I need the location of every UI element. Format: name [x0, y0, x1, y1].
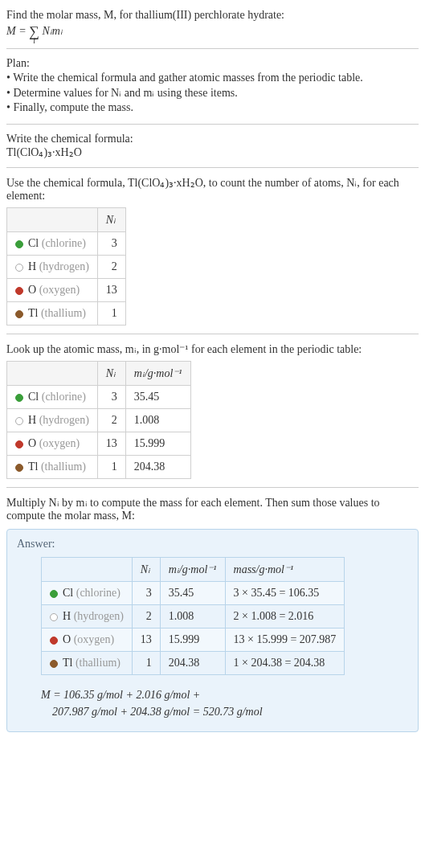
mass-value: 1 × 204.38 = 204.38 [225, 652, 345, 675]
element-symbol: Cl [63, 587, 73, 599]
mi-value: 204.38 [125, 456, 190, 479]
element-name: (hydrogen) [74, 610, 124, 622]
write-formula-label: Write the chemical formula: [6, 133, 419, 145]
answer-table: Nᵢ mᵢ/g·mol⁻¹ mass/g·mol⁻¹ Cl (chlorine)… [41, 557, 345, 675]
final-line1: M = 106.35 g/mol + 2.016 g/mol + [41, 686, 408, 703]
ni-value: 1 [97, 456, 125, 479]
element-symbol: O [63, 633, 71, 645]
table-header-mi: mᵢ/g·mol⁻¹ [125, 362, 190, 386]
mi-value: 1.008 [125, 409, 190, 432]
intro-formula: M = ∑i Nᵢmᵢ [6, 23, 419, 40]
element-symbol: Tl [28, 461, 38, 473]
element-cell: Cl (chlorine) [7, 386, 98, 409]
table-row: Tl (thallium) 1 [7, 302, 126, 326]
table-row: H (hydrogen) 2 1.008 [7, 409, 191, 432]
ni-value: 3 [132, 582, 160, 605]
plan-item: • Finally, compute the mass. [6, 101, 419, 114]
count-atoms-table: Nᵢ Cl (chlorine) 3 H (hydrogen) 2 O (oxy… [6, 207, 126, 326]
table-row: O (oxygen) 13 15.999 [7, 432, 191, 456]
table-row: Tl (thallium) 1 204.38 1 × 204.38 = 204.… [42, 652, 345, 675]
element-symbol: H [28, 414, 36, 426]
table-header-ni: Nᵢ [97, 208, 125, 232]
element-swatch-icon [50, 660, 58, 668]
intro-formula-prefix: M = [6, 25, 29, 37]
element-swatch-icon [50, 590, 58, 598]
element-cell: Cl (chlorine) [42, 582, 133, 605]
ni-value: 13 [132, 628, 160, 652]
table-header-row: Nᵢ mᵢ/g·mol⁻¹ [7, 362, 191, 386]
element-name: (thallium) [76, 657, 121, 669]
table-row: Tl (thallium) 1 204.38 [7, 456, 191, 479]
intro-section: Find the molar mass, M, for thallium(III… [6, 6, 419, 49]
table-row: Cl (chlorine) 3 [7, 232, 126, 256]
element-swatch-icon [15, 464, 23, 472]
ni-value: 1 [97, 302, 125, 326]
multiply-section: Multiply Nᵢ by mᵢ to compute the mass fo… [6, 496, 419, 740]
element-name: (thallium) [41, 307, 86, 319]
mi-value: 35.45 [160, 582, 225, 605]
mi-value: 35.45 [125, 386, 190, 409]
ni-value: 3 [97, 232, 125, 256]
element-cell: Cl (chlorine) [7, 232, 98, 256]
mass-value: 2 × 1.008 = 2.016 [225, 605, 345, 628]
chemical-formula: Tl(ClO₄)₃·xH₂O [6, 145, 419, 159]
plan-item: • Determine values for Nᵢ and mᵢ using t… [6, 86, 419, 100]
element-swatch-icon [15, 310, 23, 318]
plan-list: • Write the chemical formula and gather … [6, 72, 419, 114]
table-row: Cl (chlorine) 3 35.45 3 × 35.45 = 106.35 [42, 582, 345, 605]
element-cell: H (hydrogen) [7, 409, 98, 432]
table-header-row: Nᵢ mᵢ/g·mol⁻¹ mass/g·mol⁻¹ [42, 558, 345, 582]
table-header-blank [7, 208, 98, 232]
element-name: (oxygen) [39, 437, 80, 449]
table-row: Cl (chlorine) 3 35.45 [7, 386, 191, 409]
element-name: (thallium) [41, 461, 86, 473]
element-swatch-icon [15, 394, 23, 402]
element-symbol: O [28, 437, 36, 449]
table-header-mi: mᵢ/g·mol⁻¹ [160, 558, 225, 582]
element-symbol: O [28, 284, 36, 296]
multiply-text: Multiply Nᵢ by mᵢ to compute the mass fo… [6, 496, 419, 522]
element-name: (oxygen) [74, 633, 115, 645]
element-swatch-icon [15, 264, 23, 272]
table-row: H (hydrogen) 2 [7, 256, 126, 279]
atomic-mass-section: Look up the atomic mass, mᵢ, in g·mol⁻¹ … [6, 342, 419, 488]
element-cell: O (oxygen) [7, 432, 98, 456]
element-swatch-icon [15, 287, 23, 295]
write-formula-section: Write the chemical formula: Tl(ClO₄)₃·xH… [6, 133, 419, 168]
element-cell: H (hydrogen) [7, 256, 98, 279]
element-swatch-icon [15, 240, 23, 248]
mi-value: 15.999 [125, 432, 190, 456]
table-header-blank [42, 558, 133, 582]
answer-box: Answer: Nᵢ mᵢ/g·mol⁻¹ mass/g·mol⁻¹ Cl (c… [6, 529, 419, 732]
ni-value: 2 [97, 256, 125, 279]
plan-section: Plan: • Write the chemical formula and g… [6, 57, 419, 125]
mi-value: 204.38 [160, 652, 225, 675]
element-symbol: Tl [63, 657, 72, 669]
final-calculation: M = 106.35 g/mol + 2.016 g/mol + 207.987… [41, 686, 408, 720]
plan-heading: Plan: [6, 57, 419, 70]
element-name: (hydrogen) [39, 260, 89, 272]
element-cell: O (oxygen) [7, 279, 98, 302]
element-symbol: Cl [28, 391, 39, 403]
intro-line1: Find the molar mass, M, for thallium(III… [6, 6, 419, 23]
element-cell: O (oxygen) [42, 628, 133, 652]
element-cell: Tl (thallium) [42, 652, 133, 675]
element-swatch-icon [15, 440, 23, 448]
ni-value: 1 [132, 652, 160, 675]
ni-value: 13 [97, 279, 125, 302]
element-symbol: H [28, 260, 36, 272]
sigma-icon: ∑i [29, 23, 39, 40]
element-symbol: Cl [28, 237, 39, 249]
atomic-mass-table: Nᵢ mᵢ/g·mol⁻¹ Cl (chlorine) 3 35.45 H (h… [6, 361, 191, 479]
mi-value: 1.008 [160, 605, 225, 628]
ni-value: 2 [132, 605, 160, 628]
element-name: (hydrogen) [39, 414, 89, 426]
table-row: O (oxygen) 13 [7, 279, 126, 302]
element-cell: Tl (thallium) [7, 456, 98, 479]
table-header-blank [7, 362, 98, 386]
element-cell: Tl (thallium) [7, 302, 98, 326]
element-swatch-icon [50, 613, 58, 621]
ni-value: 2 [97, 409, 125, 432]
answer-label: Answer: [17, 538, 408, 551]
element-swatch-icon [15, 417, 23, 425]
